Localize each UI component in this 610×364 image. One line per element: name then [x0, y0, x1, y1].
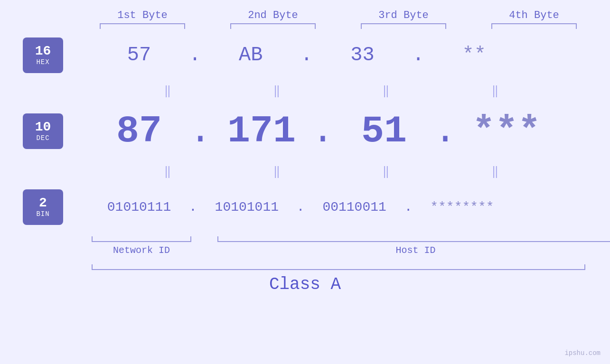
- eq1-b2: ‖: [229, 84, 324, 98]
- dec-byte3: 51: [337, 110, 432, 153]
- dec-values: 87 . 171 . 51 . ***: [92, 110, 610, 153]
- hex-dot3: .: [412, 44, 424, 66]
- hex-byte3: 33: [315, 44, 410, 66]
- byte3-header: 3rd Byte: [356, 9, 451, 21]
- hex-byte4: **: [427, 44, 522, 66]
- id-label-row: Network ID Host ID: [92, 245, 610, 256]
- eq1-b4: ‖: [448, 84, 543, 98]
- footer-text: ipshu.com: [564, 349, 601, 357]
- bottom-section: Network ID Host ID Class A: [0, 235, 610, 294]
- bin-badge: 2 BIN: [23, 189, 63, 225]
- bracket-3: [361, 23, 446, 29]
- host-bracket: [217, 236, 610, 242]
- eq1-b1: ‖: [120, 84, 215, 98]
- hex-badge: 16 HEX: [23, 37, 63, 73]
- top-brackets: [77, 23, 600, 29]
- dec-byte1: 87: [92, 110, 187, 153]
- dec-byte2: 171: [214, 110, 309, 153]
- eq1-b3: ‖: [338, 84, 433, 98]
- dec-badge-label: DEC: [36, 134, 49, 142]
- bin-byte4: ********: [414, 200, 509, 215]
- byte-headers: 1st Byte 2nd Byte 3rd Byte 4th Byte: [77, 9, 600, 21]
- long-bottom-bracket: [92, 264, 585, 270]
- network-id-label: Network ID: [92, 245, 191, 256]
- equals-row-1: ‖ ‖ ‖ ‖: [0, 81, 610, 100]
- bottom-bracket-row: [92, 236, 610, 242]
- bin-values: 01010111 . 10101011 . 00110011 . *******…: [92, 200, 610, 215]
- hex-badge-label: HEX: [36, 58, 49, 66]
- bracket-2: [230, 23, 316, 29]
- hex-badge-num: 16: [35, 44, 51, 59]
- eq1-values: ‖ ‖ ‖ ‖: [120, 84, 610, 98]
- eq2-b4: ‖: [448, 165, 543, 178]
- dec-badge-num: 10: [35, 120, 51, 135]
- class-label: Class A: [0, 275, 610, 294]
- bin-dot3: .: [404, 200, 413, 215]
- byte1-header: 1st Byte: [95, 9, 190, 21]
- bracket-1: [100, 23, 185, 29]
- dec-row: 10 DEC 87 . 171 . 51 . ***: [0, 100, 610, 162]
- bin-byte2: 10101011: [199, 200, 294, 215]
- bin-byte3: 00110011: [307, 200, 402, 215]
- eq2-values: ‖ ‖ ‖ ‖: [120, 165, 610, 178]
- bin-byte1: 01010111: [92, 200, 187, 215]
- host-id-label: Host ID: [217, 245, 610, 256]
- bin-dot2: .: [297, 200, 305, 215]
- hex-dot2: .: [300, 44, 312, 66]
- eq2-b2: ‖: [229, 165, 324, 178]
- main-container: 1st Byte 2nd Byte 3rd Byte 4th Byte 16 H…: [0, 0, 610, 364]
- eq2-b1: ‖: [120, 165, 215, 178]
- eq2-b3: ‖: [338, 165, 433, 178]
- hex-byte2: AB: [203, 44, 298, 66]
- bin-row: 2 BIN 01010111 . 10101011 . 00110011 . *…: [0, 181, 610, 233]
- byte2-header: 2nd Byte: [225, 9, 320, 21]
- hex-byte1: 57: [92, 44, 187, 66]
- bin-dot1: .: [189, 200, 197, 215]
- bin-badge-label: BIN: [36, 210, 49, 218]
- dec-dot1: .: [189, 110, 212, 153]
- dec-dot2: .: [311, 110, 334, 153]
- hex-row: 16 HEX 57 . AB . 33 . **: [0, 29, 610, 81]
- dec-badge: 10 DEC: [23, 113, 63, 149]
- dec-dot3: .: [434, 110, 457, 153]
- hex-values: 57 . AB . 33 . **: [92, 44, 610, 66]
- hex-dot1: .: [189, 44, 201, 66]
- network-bracket: [92, 236, 191, 242]
- equals-row-2: ‖ ‖ ‖ ‖: [0, 162, 610, 181]
- dec-byte4: ***: [459, 110, 554, 153]
- byte4-header: 4th Byte: [487, 9, 582, 21]
- bracket-4: [491, 23, 577, 29]
- bin-badge-num: 2: [39, 196, 47, 211]
